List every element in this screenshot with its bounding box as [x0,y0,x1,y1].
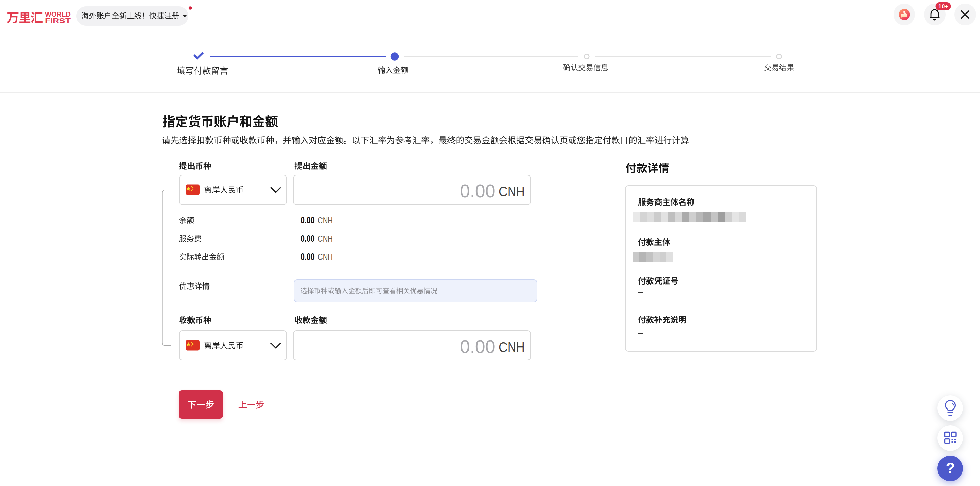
svg-text:0.00: 0.00 [301,252,315,262]
svg-text:CNH: CNH [318,252,332,262]
svg-text:CNH: CNH [499,339,525,355]
svg-text:?: ? [946,460,955,476]
svg-text:0.00: 0.00 [301,233,315,244]
svg-text:CNH: CNH [499,183,525,200]
svg-text:0.00: 0.00 [460,181,495,202]
svg-text:10+: 10+ [939,3,948,10]
svg-text:0.00: 0.00 [460,336,495,357]
svg-text:CNH: CNH [318,234,332,243]
svg-text:0.00: 0.00 [301,215,315,226]
svg-text:CNH: CNH [318,216,332,225]
